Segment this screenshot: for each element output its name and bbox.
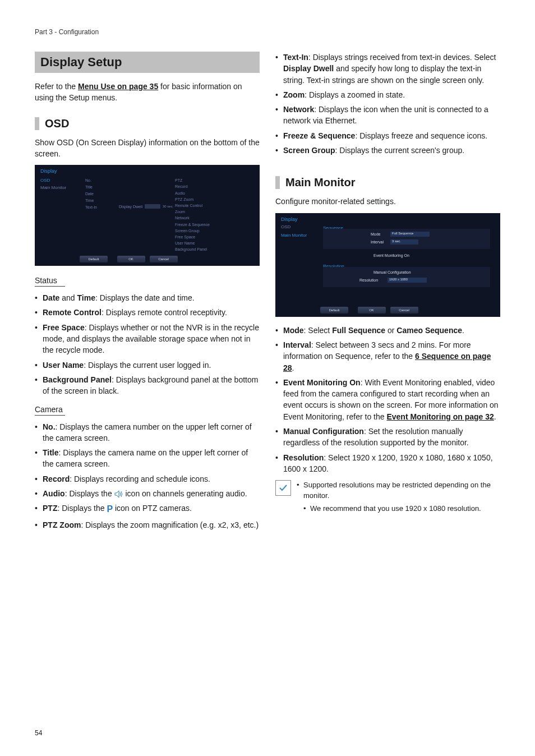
term: Text-In — [283, 53, 308, 62]
subhead-status: Status — [35, 276, 260, 285]
ss-checkbox-manual-config: Manual Configuration — [373, 270, 411, 274]
ss-item: Freeze & Sequence — [175, 222, 210, 228]
check-icon — [275, 480, 291, 496]
ss-cancel-button: Cancel — [150, 256, 178, 262]
ss-side-osd: OSD — [281, 224, 290, 229]
running-head: Part 3 - Configuration — [35, 28, 500, 36]
term: Remote Control — [43, 308, 102, 317]
ss-cancel-button: Cancel — [390, 307, 418, 314]
link-event-monitoring[interactable]: Event Monitoring on page 32 — [386, 412, 494, 421]
heading-main-monitor: Main Monitor — [275, 176, 500, 189]
list-item: PTZ: Displays the P icon on PTZ cameras. — [35, 503, 260, 515]
text: : Displays a zoomed in state. — [305, 90, 405, 99]
list-item: Manual Configuration: Set the resolution… — [275, 426, 500, 449]
heading-osd: OSD — [35, 117, 260, 130]
main-monitor-list: Mode: Select Full Sequence or Cameo Sequ… — [275, 325, 500, 475]
column-right: Text-In: Displays strings received from … — [275, 52, 500, 534]
ss-side-main-monitor: Main Monitor — [281, 233, 307, 238]
top-continued-list: Text-In: Displays strings received from … — [275, 52, 500, 156]
text: : Displays remote control receptivity. — [102, 308, 227, 317]
list-item: Text-In: Displays strings received from … — [275, 52, 500, 86]
text: Refer to the — [35, 82, 78, 91]
term: Audio — [43, 489, 65, 498]
ss-item: PTZ Zoom — [175, 196, 210, 202]
ss-item: Network — [175, 215, 210, 221]
link-menu-use[interactable]: Menu Use on page 35 — [78, 82, 158, 91]
term: Interval — [283, 340, 311, 349]
ss-tab-display: Display — [40, 168, 57, 174]
list-item: Date and Time: Displays the date and tim… — [35, 292, 260, 303]
heading-text: Display Setup — [40, 55, 122, 69]
heading-rule — [35, 117, 39, 130]
page: Part 3 - Configuration Display Setup Ref… — [0, 0, 535, 756]
subhead-camera: Camera — [35, 405, 260, 414]
ss-label-interval: Interval — [371, 240, 384, 244]
ss-item: PTZ — [175, 177, 210, 183]
ss-checkbox-event-monitoring: Event Monitoring On — [373, 253, 409, 257]
list-item: Title: Displays the camera name on the u… — [35, 447, 260, 470]
heading-rule — [275, 176, 280, 189]
list-item: User Name: Displays the current user log… — [35, 359, 260, 371]
list-item: Freeze & Sequence: Displays freeze and s… — [275, 130, 500, 141]
term: Record — [43, 474, 70, 483]
ss-item: Date — [85, 191, 97, 197]
column-left: Display Setup Refer to the Menu Use on p… — [35, 52, 260, 534]
term: Free Space — [43, 323, 85, 332]
ss-item: Title — [85, 184, 97, 191]
text: icon on channels generating audio. — [125, 489, 247, 498]
term: Manual Configuration — [283, 427, 364, 436]
subhead-rule — [35, 415, 65, 416]
term: PTZ — [43, 504, 57, 513]
status-list: Date and Time: Displays the date and tim… — [35, 292, 260, 397]
text: . — [494, 412, 496, 421]
text: : Displays strings received from text-in… — [308, 53, 496, 62]
ss-display-dwell: Display Dwell 30 sec. — [119, 204, 173, 209]
list-item: PTZ Zoom: Displays the zoom magnificatio… — [35, 519, 260, 531]
camera-list: No.: Displays the camera number on the u… — [35, 421, 260, 531]
list-item: Free Space: Displays whether or not the … — [35, 322, 260, 356]
ss-label-mode: Mode — [371, 232, 381, 236]
term: Full Sequence — [332, 326, 385, 335]
term: No. — [43, 422, 56, 431]
heading-text: OSD — [45, 117, 69, 130]
term: Zoom — [283, 90, 305, 99]
list-item: Audio: Displays the icon on channels gen… — [35, 488, 260, 499]
ss-item: Background Panel — [175, 246, 210, 252]
list-item: Zoom: Displays a zoomed in state. — [275, 89, 500, 100]
term: Freeze & Sequence — [283, 131, 355, 140]
text: : Displays the current screen's group. — [335, 146, 465, 155]
heading-display-setup: Display Setup — [35, 52, 260, 73]
text: : Displays the — [65, 489, 114, 498]
text: : Displays the — [57, 504, 107, 513]
page-number: 54 — [35, 729, 42, 737]
note-body: Supported resolutions may be restricted … — [297, 480, 500, 517]
text: or — [385, 326, 396, 335]
ss-ok-button: OK — [358, 307, 386, 314]
text: icon on PTZ cameras. — [115, 504, 192, 513]
term: Date — [43, 293, 59, 302]
term: Time — [77, 293, 95, 302]
list-item: Background Panel: Displays background pa… — [35, 374, 260, 397]
screenshot-osd: Display OSD Main Monitor No. Title Date … — [35, 165, 260, 266]
list-item: No.: Displays the camera number on the u… — [35, 421, 260, 444]
ss-ok-button: OK — [117, 256, 145, 262]
text: . — [462, 326, 464, 335]
ss-item: Free Space — [175, 234, 210, 240]
ss-item: No. — [85, 177, 97, 184]
ptz-icon: P — [107, 503, 113, 515]
heading-text: Main Monitor — [285, 176, 355, 189]
list-item: Event Monitoring On: With Event Monitori… — [275, 377, 500, 422]
term: Display Dwell — [283, 64, 334, 73]
ss-item: User Name — [175, 240, 210, 246]
text: . — [292, 363, 294, 372]
text: : Displays the current user logged in. — [84, 361, 211, 370]
ss-tab-display: Display — [281, 216, 298, 222]
term: Title — [43, 448, 59, 457]
ss-label-resolution: Resolution — [359, 278, 378, 282]
note-box: Supported resolutions may be restricted … — [275, 480, 500, 517]
ss-item: Time — [85, 197, 97, 204]
ss-spinner — [145, 204, 160, 209]
ss-item: Screen Group — [175, 228, 210, 234]
list-item: Record: Displays recording and schedule … — [35, 473, 260, 485]
text: : Displays the camera number on the uppe… — [43, 422, 252, 442]
